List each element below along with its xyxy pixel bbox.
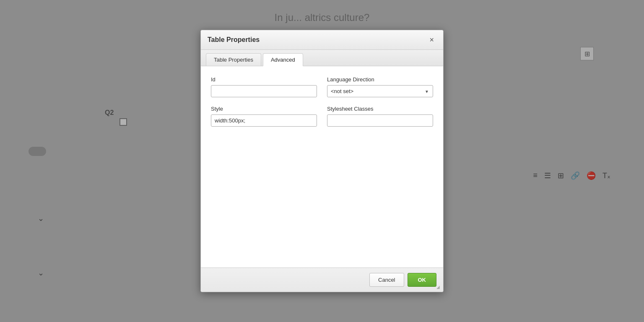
stylesheet-group: Stylesheet Classes <box>327 106 433 127</box>
cancel-button[interactable]: Cancel <box>369 273 404 287</box>
lang-dir-select-wrapper: <not set> Left to Right Right to Left <box>327 85 433 97</box>
ok-button[interactable]: OK <box>408 273 437 287</box>
lang-dir-group: Language Direction <not set> Left to Rig… <box>327 76 433 97</box>
close-button[interactable]: × <box>427 35 436 44</box>
style-label: Style <box>211 106 317 112</box>
table-properties-dialog: Table Properties × Table Properties Adva… <box>200 30 444 292</box>
form-row-1: Id Language Direction <not set> Left to … <box>211 76 433 97</box>
tab-table-properties[interactable]: Table Properties <box>206 53 261 66</box>
tab-advanced[interactable]: Advanced <box>263 53 303 66</box>
dialog-header: Table Properties × <box>201 30 443 50</box>
id-label: Id <box>211 76 317 83</box>
style-group: Style <box>211 106 317 127</box>
dialog-tabs: Table Properties Advanced <box>201 50 443 66</box>
dialog-title: Table Properties <box>208 36 260 44</box>
id-group: Id <box>211 76 317 97</box>
style-input[interactable] <box>211 114 317 127</box>
stylesheet-label: Stylesheet Classes <box>327 106 433 112</box>
resize-handle[interactable]: ◢ <box>436 285 441 290</box>
lang-dir-label: Language Direction <box>327 76 433 83</box>
dialog-body: Id Language Direction <not set> Left to … <box>201 66 443 267</box>
dialog-footer: Cancel OK ◢ <box>201 267 443 292</box>
modal-overlay: Table Properties × Table Properties Adva… <box>0 0 644 322</box>
id-input[interactable] <box>211 85 317 97</box>
form-row-2: Style Stylesheet Classes <box>211 106 433 127</box>
stylesheet-input[interactable] <box>327 114 433 127</box>
lang-dir-select[interactable]: <not set> Left to Right Right to Left <box>327 85 433 97</box>
